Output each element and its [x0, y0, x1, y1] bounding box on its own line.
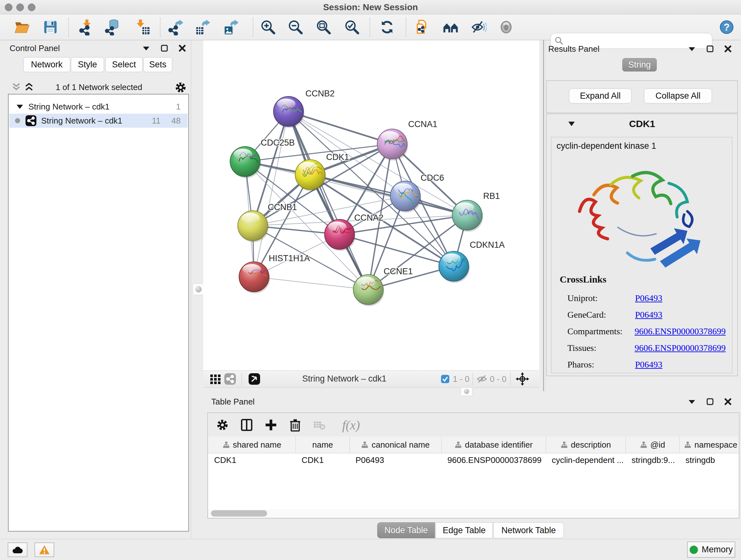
- crosslink-link[interactable]: 9606.ENSP00000378699: [635, 343, 726, 353]
- collapse-all-button[interactable]: Collapse All: [644, 88, 712, 104]
- crosslink-link[interactable]: P06493: [635, 360, 663, 370]
- zoom-out-icon[interactable]: [286, 18, 305, 36]
- node-CCNB2[interactable]: CCNB2: [273, 89, 335, 128]
- cell-database-identifier[interactable]: 9606.ENSP00000378699: [442, 453, 546, 467]
- scrollbar-thumb[interactable]: [211, 510, 267, 516]
- tab-network-table[interactable]: Network Table: [493, 522, 564, 538]
- column-header[interactable]: name: [296, 436, 350, 453]
- open-session-icon[interactable]: [13, 18, 30, 36]
- tree-expander-icon[interactable]: [16, 104, 23, 109]
- zoom-selected-icon[interactable]: [343, 18, 361, 36]
- node-gloss: [381, 131, 399, 141]
- node-label: CCNA2: [354, 213, 384, 223]
- crosslink-link[interactable]: P06493: [635, 310, 663, 320]
- tab-sets[interactable]: Sets: [143, 57, 172, 72]
- cell-id[interactable]: stringdb:9...: [626, 453, 680, 467]
- collapse-panel-icon[interactable]: [142, 46, 150, 51]
- close-panel-icon[interactable]: [724, 398, 731, 405]
- edge-count: 48: [172, 116, 181, 126]
- cell-namespace[interactable]: stringdb: [680, 453, 738, 467]
- column-header[interactable]: database identifier: [442, 436, 546, 453]
- expand-all-networks-icon[interactable]: [24, 82, 34, 93]
- cell-name[interactable]: CDK1: [296, 453, 350, 467]
- cell-shared-name[interactable]: CDK1: [208, 453, 296, 467]
- node-CCNE1[interactable]: CCNE1: [353, 266, 413, 306]
- memory-label: Memory: [702, 545, 733, 555]
- node-CDK1[interactable]: CDK1: [295, 152, 349, 191]
- hidden-counts: 0 - 0: [490, 374, 507, 384]
- left-splitter-handle[interactable]: [193, 284, 204, 295]
- table-row[interactable]: CDK1 CDK1 P06493 9606.ENSP00000378699 cy…: [208, 453, 738, 467]
- cloud-button[interactable]: [8, 543, 27, 557]
- tab-style[interactable]: Style: [71, 57, 104, 72]
- crosslink-link[interactable]: P06493: [635, 293, 663, 303]
- crosslink-row: GeneCard:P06493: [567, 307, 726, 323]
- float-panel-icon[interactable]: [706, 398, 714, 405]
- column-header[interactable]: @id: [626, 436, 680, 453]
- houses-icon[interactable]: [442, 18, 460, 36]
- tab-select[interactable]: Select: [105, 57, 143, 72]
- grid-view-icon[interactable]: [209, 373, 222, 387]
- float-panel-icon[interactable]: [161, 45, 168, 52]
- float-panel-icon[interactable]: [706, 45, 714, 52]
- tab-network[interactable]: Network: [23, 57, 70, 72]
- network-row[interactable]: String Network – cdk1 11 48: [9, 114, 188, 128]
- crosslink-link[interactable]: 9606.ENSP00000378699: [635, 326, 726, 336]
- network-view-share-icon[interactable]: [224, 373, 237, 387]
- export-table-icon[interactable]: [194, 18, 212, 36]
- collapse-panel-icon[interactable]: [688, 46, 696, 51]
- column-header[interactable]: canonical name: [350, 436, 442, 453]
- tab-node-table[interactable]: Node Table: [377, 522, 435, 538]
- show-columns-icon[interactable]: [237, 415, 257, 435]
- hidden-eye-icon[interactable]: [476, 374, 487, 385]
- collapse-panel-icon[interactable]: [688, 399, 696, 404]
- node-RB1[interactable]: RB1: [452, 191, 500, 232]
- node-CCNA1[interactable]: CCNA1: [377, 119, 437, 161]
- zoom-in-icon[interactable]: [259, 18, 277, 36]
- zoom-fit-icon[interactable]: [315, 18, 333, 36]
- table-hscrollbar[interactable]: [208, 509, 738, 517]
- close-panel-icon[interactable]: [724, 45, 731, 52]
- apply-layout-icon[interactable]: [378, 18, 396, 36]
- warnings-button[interactable]: [35, 543, 54, 557]
- table-gear-icon[interactable]: [212, 415, 232, 435]
- column-header[interactable]: description: [546, 436, 626, 453]
- column-header[interactable]: shared name: [208, 436, 296, 453]
- column-header[interactable]: namespace: [680, 436, 738, 453]
- collapse-all-networks-icon[interactable]: [11, 82, 21, 93]
- close-panel-icon[interactable]: [179, 45, 186, 52]
- show-hidden-icon[interactable]: [497, 18, 515, 36]
- copy-network-icon[interactable]: [413, 18, 431, 36]
- export-image-icon[interactable]: [222, 18, 240, 36]
- save-session-icon[interactable]: [42, 18, 59, 36]
- import-database-icon[interactable]: [104, 18, 121, 36]
- cell-description[interactable]: cyclin-dependent ...: [546, 453, 626, 467]
- add-column-icon[interactable]: [261, 415, 281, 435]
- export-network-icon[interactable]: [167, 18, 185, 36]
- edge-HIST1H1A-CCNE1[interactable]: [254, 277, 368, 290]
- edge-CCNB2-HIST1H1A[interactable]: [254, 111, 288, 277]
- node-CDC25B[interactable]: CDC25B: [230, 138, 295, 178]
- node-gloss: [241, 213, 260, 223]
- open-in-window-icon[interactable]: [248, 373, 261, 387]
- crosslink-row: Uniprot:P06493: [567, 290, 726, 307]
- expand-all-button[interactable]: Expand All: [569, 88, 631, 104]
- network-collection-row[interactable]: String Network – cdk1 1: [9, 100, 188, 114]
- tab-edge-table[interactable]: Edge Table: [435, 522, 493, 538]
- network-options-gear-icon[interactable]: [174, 80, 188, 96]
- memory-button[interactable]: Memory: [687, 542, 735, 558]
- help-icon[interactable]: ?: [718, 18, 736, 36]
- node-HIST1H1A[interactable]: HIST1H1A: [239, 253, 310, 294]
- hide-selected-icon[interactable]: [469, 18, 487, 36]
- node-CDKN1A[interactable]: CDKN1A: [439, 240, 505, 283]
- delete-column-icon[interactable]: [285, 415, 306, 435]
- tab-string[interactable]: String: [622, 58, 657, 71]
- import-network-icon[interactable]: [77, 18, 95, 36]
- selected-checkbox-icon[interactable]: [441, 374, 450, 385]
- birdseye-navigator-icon[interactable]: [515, 372, 529, 387]
- cell-canonical-name[interactable]: P06493: [350, 453, 442, 467]
- network-canvas[interactable]: CCNB2CCNA1CDC25BCDK1CDC6RB1CCNB1CCNA2CDK…: [203, 40, 539, 370]
- node-CCNB1[interactable]: CCNB1: [238, 202, 297, 242]
- import-table-icon[interactable]: [133, 18, 151, 36]
- node-gloss: [328, 222, 347, 232]
